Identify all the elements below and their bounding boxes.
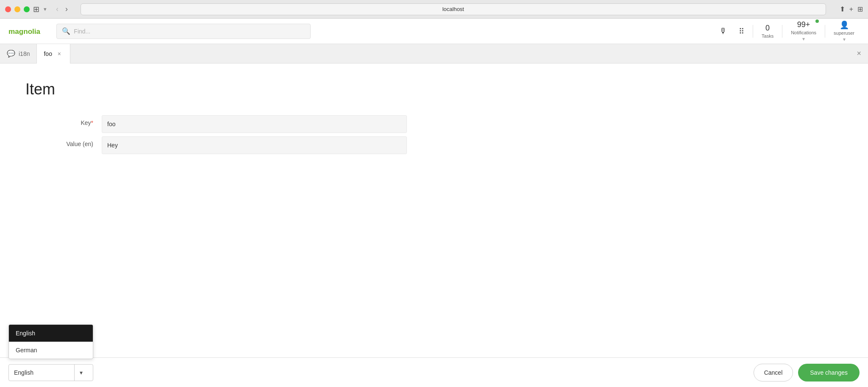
notifications-action[interactable]: 99+ Notifications ▾ <box>786 18 821 44</box>
url-bar[interactable]: localhost <box>81 3 826 15</box>
key-row: Key* <box>25 115 407 133</box>
search-icon: 🔍 <box>62 27 70 35</box>
form-section: Key* Value (en) <box>25 115 407 154</box>
traffic-lights <box>5 6 30 12</box>
value-en-input[interactable] <box>102 136 407 154</box>
svg-text:magnolia: magnolia <box>8 28 41 36</box>
tasks-label: Tasks <box>762 33 773 39</box>
sidebar-chevron-icon: ▾ <box>44 6 47 12</box>
microphone-action[interactable]: 🎙 <box>714 24 732 38</box>
tab-foo-label: foo <box>44 50 52 57</box>
apps-grid-icon: ⠿ <box>739 27 744 36</box>
notifications-label: Notifications <box>791 30 816 35</box>
titlebar: ⊞ ▾ ‹ › localhost ⬆ + ⊞ <box>0 0 868 19</box>
language-select-button[interactable]: English ▾ <box>8 364 93 381</box>
key-input[interactable] <box>102 115 407 133</box>
language-dropdown-menu: English German <box>8 324 93 359</box>
header-divider-2 <box>782 25 782 38</box>
back-button[interactable]: ‹ <box>53 4 61 14</box>
main-area: Item Key* Value (en) English Ge <box>0 64 868 387</box>
notifications-count: 99+ <box>797 20 810 29</box>
user-action[interactable]: 👤 superuser ▾ <box>829 18 860 45</box>
value-en-label: Value (en) <box>25 136 102 147</box>
sidebar-toggle-button[interactable]: ⊞ <box>33 5 39 14</box>
person-icon: 👤 <box>840 20 849 30</box>
tasks-action[interactable]: 0 Tasks <box>757 21 779 41</box>
url-text: localhost <box>442 6 464 12</box>
grid-button[interactable]: ⊞ <box>857 5 863 13</box>
header-divider-1 <box>753 25 753 38</box>
close-button[interactable] <box>5 6 11 12</box>
notification-badge <box>815 19 819 23</box>
value-en-row: Value (en) <box>25 136 407 154</box>
tasks-count: 0 <box>765 24 770 33</box>
key-required-indicator: * <box>91 119 93 126</box>
language-option-german[interactable]: German <box>9 342 93 359</box>
notifications-chevron-icon: ▾ <box>802 36 805 42</box>
key-label: Key* <box>25 115 102 126</box>
language-chevron-icon: ▾ <box>74 364 88 381</box>
header-divider-3 <box>825 25 825 38</box>
apps-action[interactable]: ⠿ <box>734 24 749 39</box>
tab-i18n[interactable]: 💬 i18n <box>0 44 37 64</box>
microphone-icon: 🎙 <box>719 27 727 36</box>
language-option-english[interactable]: English <box>9 325 93 342</box>
search-bar[interactable]: 🔍 Find... <box>56 24 311 39</box>
nav-buttons: ‹ › <box>53 4 70 14</box>
search-placeholder: Find... <box>74 28 90 35</box>
user-label: superuser <box>834 30 854 36</box>
app-header: magnolia 🔍 Find... 🎙 ⠿ 0 Tasks 99+ Notif… <box>0 19 868 44</box>
save-button[interactable]: Save changes <box>798 364 860 381</box>
footer-bar: English German English ▾ Cancel Save cha… <box>0 357 868 387</box>
add-tab-button[interactable]: + <box>849 6 853 13</box>
share-button[interactable]: ⬆ <box>840 5 845 13</box>
logo: magnolia <box>8 25 48 37</box>
main-close-button[interactable]: × <box>850 49 868 58</box>
forward-button[interactable]: › <box>63 4 70 14</box>
tab-i18n-label: i18n <box>19 50 30 57</box>
tab-bar: 💬 i18n foo × × <box>0 44 868 64</box>
chat-bubble-icon: 💬 <box>7 50 15 58</box>
tab-close-button[interactable]: × <box>56 50 63 58</box>
page-title: Item <box>25 80 843 98</box>
footer-right: Cancel Save changes <box>754 364 860 381</box>
titlebar-actions: ⬆ + ⊞ <box>840 5 863 13</box>
selected-language-label: English <box>14 369 71 376</box>
cancel-button[interactable]: Cancel <box>754 364 793 381</box>
maximize-button[interactable] <box>24 6 30 12</box>
content-area: Item Key* Value (en) <box>0 64 868 387</box>
header-actions: 🎙 ⠿ 0 Tasks 99+ Notifications ▾ 👤 superu… <box>714 18 860 45</box>
user-chevron-icon: ▾ <box>843 36 846 42</box>
language-dropdown-wrapper: English German English ▾ <box>8 364 93 381</box>
minimize-button[interactable] <box>14 6 20 12</box>
tab-foo[interactable]: foo × <box>37 44 70 64</box>
